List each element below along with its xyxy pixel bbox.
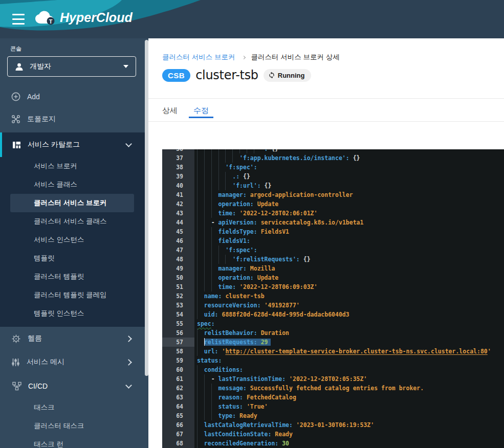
perspective-label: 개발자 — [30, 62, 123, 71]
tab-active[interactable]: 수정 — [189, 99, 213, 118]
sidebar-subitem[interactable]: 클러스터 서비스 클래스 — [0, 212, 148, 231]
sidebar-section-header[interactable]: 서비스 카탈로그 — [0, 132, 148, 157]
editor-line[interactable]: 64status: 'True' — [162, 402, 491, 411]
editor-line[interactable]: 54uid: 6888f20d-628d-448d-995d-dadacb604… — [162, 310, 491, 319]
brand-logo[interactable]: T HyperCloud — [35, 10, 133, 25]
editor-line[interactable]: 36': {} — [162, 149, 491, 153]
add-icon — [11, 92, 20, 101]
editor-line[interactable]: 43time: '2022-12-28T02:06:01Z' — [162, 209, 491, 218]
editor-line[interactable]: 53resourceVersion: '49192877' — [162, 301, 491, 310]
tab-inactive[interactable]: 상세 — [162, 99, 182, 118]
editor-line-code: fieldsType: FieldsV1 — [194, 227, 289, 236]
editor-line-number: 48 — [162, 255, 194, 264]
editor-line[interactable]: 52name: cluster-tsb — [162, 292, 491, 301]
editor-line[interactable]: 65type: Ready — [162, 411, 491, 420]
sidebar-subitem[interactable]: 태스크 — [0, 398, 148, 417]
editor-line-code: reconciledGeneration: 30 — [194, 439, 289, 448]
editor-line-code: status: 'True' — [194, 402, 268, 411]
editor-line-code: status: — [194, 356, 222, 365]
editor-line[interactable]: 41manager: argocd-application-controller — [162, 190, 491, 199]
editor-line-code: reason: FetchedCatalog — [194, 393, 296, 402]
editor-line[interactable]: 42operation: Update — [162, 199, 491, 209]
editor-line[interactable]: 60conditions: — [162, 365, 491, 374]
cloud-logo-icon: T — [35, 11, 56, 25]
editor-line[interactable]: 39.: {} — [162, 172, 491, 181]
editor-line[interactable]: 59status: — [162, 356, 491, 365]
editor-line-number: 51 — [162, 282, 194, 292]
sidebar-subitem[interactable]: 서비스 인스턴스 — [0, 231, 148, 249]
editor-line-code: - lastTransitionTime: '2022-12-28T02:05:… — [194, 374, 367, 384]
sidebar-subitem[interactable]: 서비스 브로커 — [0, 157, 148, 175]
sidebar-subitem[interactable]: 태스크 런 — [0, 435, 148, 448]
editor-line-code: spec: — [194, 319, 215, 328]
sidebar-section: CI/CD태스크클러스터 태스크태스크 런 — [0, 374, 148, 448]
sidebar-subitem[interactable]: 템플릿 인스턴스 — [0, 304, 148, 323]
sync-icon — [268, 72, 275, 79]
editor-line-number: 45 — [162, 227, 194, 236]
editor-line[interactable]: 44- apiVersion: servicecatalog.k8s.io/v1… — [162, 218, 491, 227]
editor-line[interactable]: 37'f:app.kubernetes.io/instance': {} — [162, 153, 491, 163]
editor-line[interactable]: 40'f:url': {} — [162, 181, 491, 190]
editor-line-code: uid: 6888f20d-628d-448d-995d-dadacb6040d… — [194, 310, 349, 319]
editor-line[interactable]: 50operation: Update — [162, 273, 491, 282]
sidebar-subitem[interactable]: 템플릿 — [0, 249, 148, 267]
sidebar-item[interactable]: 서비스 메시 — [0, 350, 148, 374]
editor-line[interactable]: 56relistBehavior: Duration — [162, 328, 491, 338]
editor-line-code: - apiVersion: servicecatalog.k8s.io/v1be… — [194, 218, 363, 227]
app: T HyperCloud 콘솔 개발자 Add토폴로지서비스 카탈로그서비스 브… — [0, 0, 504, 448]
editor-line-code: operation: Update — [194, 199, 278, 209]
editor-line[interactable]: 47'f:spec': — [162, 245, 491, 255]
editor-line[interactable]: 63reason: FetchedCatalog — [162, 393, 491, 402]
editor-line[interactable]: 49manager: Mozilla — [162, 264, 491, 273]
sidebar-nav: Add토폴로지서비스 카탈로그서비스 브로커서비스 클래스클러스터 서비스 브로… — [0, 77, 148, 448]
sidebar-section-header[interactable]: CI/CD — [0, 374, 148, 398]
editor-line[interactable]: 67lastConditionState: Ready — [162, 430, 491, 439]
editor-line[interactable]: 51time: '2022-12-28T06:09:03Z' — [162, 282, 491, 292]
editor-line[interactable]: 58url: 'http://cluster-template-service-… — [162, 347, 491, 356]
sidebar-item[interactable]: 헬름 — [0, 327, 148, 350]
sidebar-item[interactable]: Add — [0, 85, 148, 108]
editor-line-number: 52 — [162, 292, 194, 301]
menu-toggle-button[interactable] — [12, 14, 25, 25]
editor-line[interactable]: 62message: Successfully fetched catalog … — [162, 384, 491, 393]
editor-line-number: 55 — [162, 319, 194, 328]
caret-down-icon — [123, 65, 128, 68]
sidebar: 콘솔 개발자 Add토폴로지서비스 카탈로그서비스 브로커서비스 클래스클러스터… — [0, 38, 148, 448]
editor-line[interactable]: 48'f:relistRequests': {} — [162, 255, 491, 264]
editor-line-code: 'f:spec': — [194, 163, 257, 172]
editor-line[interactable]: 45fieldsType: FieldsV1 — [162, 227, 491, 236]
editor-line-code: 'f:url': {} — [194, 181, 271, 190]
editor-line-code: message: Successfully fetched catalog en… — [194, 384, 424, 393]
status-text: Running — [278, 72, 305, 79]
sidebar-subitem[interactable]: 클러스터 템플릿 — [0, 267, 148, 286]
editor-line-number: 60 — [162, 365, 194, 374]
editor-line-number: 59 — [162, 356, 194, 365]
editor-line[interactable]: 57relistRequests: 29 — [162, 338, 491, 347]
page-title: cluster-tsb — [195, 68, 258, 82]
sidebar-item[interactable]: 토폴로지 — [0, 108, 148, 130]
editor-line-code: .: {} — [194, 172, 250, 181]
sidebar-section-label: 서비스 카탈로그 — [28, 140, 126, 149]
breadcrumb-current: 클러스터 서비스 브로커 상세 — [251, 53, 340, 62]
perspective-dropdown[interactable]: 개발자 — [7, 56, 136, 77]
editor-line[interactable]: 61- lastTransitionTime: '2022-12-28T02:0… — [162, 374, 491, 384]
editor-line[interactable]: 55spec: — [162, 319, 491, 328]
divider — [148, 121, 504, 122]
editor-line[interactable]: 68reconciledGeneration: 30 — [162, 439, 491, 448]
yaml-editor[interactable]: 36': {}37'f:app.kubernetes.io/instance':… — [162, 149, 504, 448]
sidebar-subitem[interactable]: 클러스터 태스크 — [0, 417, 148, 435]
sidebar-scrollbar-thumb[interactable] — [145, 40, 148, 376]
cicd-icon — [12, 382, 21, 391]
sidebar-subitem[interactable]: 서비스 클래스 — [0, 175, 148, 194]
chevron-down-icon — [125, 141, 132, 147]
brand-name: HyperCloud — [60, 10, 133, 25]
editor-line[interactable]: 46fieldsV1: — [162, 236, 491, 245]
editor-line-code: manager: Mozilla — [194, 264, 275, 273]
editor-line[interactable]: 38'f:spec': — [162, 163, 491, 172]
editor-line-number: 62 — [162, 384, 194, 393]
sidebar-subitem[interactable]: 클러스터 서비스 브로커 — [10, 194, 134, 212]
breadcrumb-parent-link[interactable]: 클러스터 서비스 브로커 — [162, 53, 235, 62]
editor-line[interactable]: 66lastCatalogRetrievalTime: '2023-01-30T… — [162, 420, 491, 430]
sidebar-item-label: Add — [27, 93, 40, 101]
sidebar-subitem[interactable]: 클러스터 템플릿 클레임 — [0, 286, 148, 304]
